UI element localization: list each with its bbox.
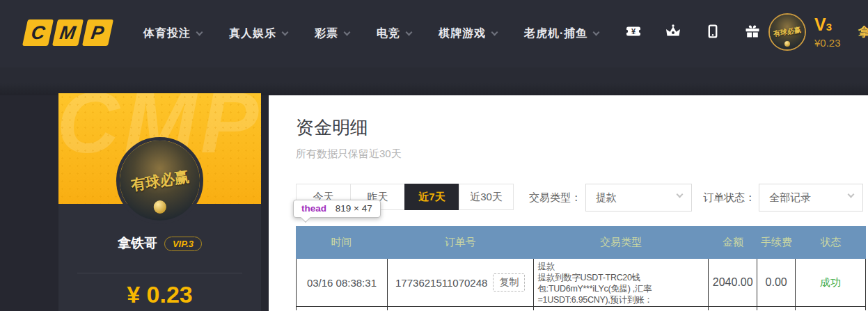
header-time: 时间 <box>296 226 387 259</box>
transaction-type-value: 提款 <box>538 261 705 272</box>
logo-tile-c: C <box>22 19 54 46</box>
chevron-down-icon <box>344 29 351 36</box>
header-balance: ¥0.23 <box>814 37 841 49</box>
vip-and-balance: V3 ¥0.23 <box>814 15 841 49</box>
chevron-down-icon <box>677 191 684 198</box>
chevron-down-icon <box>196 29 203 36</box>
cell-status: 成功 <box>796 259 866 306</box>
cmp-logo[interactable]: C M P <box>25 19 115 46</box>
profile-balance: ¥ 0.23 <box>58 281 261 308</box>
selected-value: 提款 <box>596 191 617 203</box>
logo-tile-m: M <box>52 19 84 46</box>
table-row: 03/16 08:38:31 1773621511070248 复制 提款 提款… <box>296 259 866 307</box>
chevron-down-icon <box>593 29 600 36</box>
money-ticket-icon[interactable]: ¥ <box>625 23 642 40</box>
logo-tile-p: P <box>82 19 113 46</box>
main-nav: 体育投注 真人娱乐 彩票 电竞 棋牌游戏 老虎机·捕鱼 <box>139 0 603 67</box>
transaction-type-select[interactable]: 提款 <box>585 184 692 212</box>
page-title: 资金明细 <box>296 115 368 140</box>
cell-fee: 0.00 <box>757 259 796 306</box>
vip-level: V3 <box>814 15 841 36</box>
soccer-ball-icon <box>784 41 790 47</box>
header-fee: 手续费 <box>757 226 796 259</box>
nav-item-lottery[interactable]: 彩票 <box>310 26 354 41</box>
tab-last-7-days[interactable]: 近7天 <box>404 184 459 210</box>
order-status-select[interactable]: 全部记录 <box>759 184 863 212</box>
chevron-down-icon <box>282 29 289 36</box>
gift-icon[interactable] <box>744 23 761 40</box>
chevron-down-icon <box>848 191 855 198</box>
table-header-row: 时间 订单号 交易类型 金额 手续费 状态 <box>296 226 866 259</box>
nav-item-board-games[interactable]: 棋牌游戏 <box>434 26 501 41</box>
chevron-down-icon <box>491 29 498 36</box>
nav-item-slots-fishing[interactable]: 老虎机·捕鱼 <box>520 26 603 41</box>
profile-name-row: 拿铁哥 VIP.3 <box>58 234 261 253</box>
mobile-icon[interactable] <box>704 23 721 40</box>
profile-avatar[interactable]: 有球必赢 <box>116 137 203 224</box>
page-subtitle: 所有数据只保留近30天 <box>296 147 402 161</box>
copy-button[interactable]: 复制 <box>493 273 525 292</box>
svg-text:¥: ¥ <box>631 27 636 35</box>
chevron-down-icon <box>406 29 413 36</box>
tooltip-dimensions: 819 × 47 <box>336 203 372 214</box>
cell-time: 03/16 08:38:31 <box>297 259 388 306</box>
funds-table: 时间 订单号 交易类型 金额 手续费 状态 03/16 08:38:31 177… <box>296 226 866 310</box>
nav-item-esports[interactable]: 电竞 <box>372 26 416 41</box>
cell-order-id: 1773621511070248 复制 <box>388 259 534 306</box>
transaction-type-label: 交易类型： <box>529 184 581 212</box>
transaction-description: 提款到数字USDT-TRC20钱 包:TUD6mY***iLYc(免提) ,汇率… <box>538 272 705 306</box>
profile-username: 拿铁哥 <box>118 234 157 253</box>
header-transaction-type: 交易类型 <box>533 226 709 259</box>
devtools-dimension-tooltip: thead 819 × 47 <box>293 200 381 218</box>
header-quick-icons: ¥ <box>625 23 761 40</box>
tab-last-30-days[interactable]: 近30天 <box>459 184 514 210</box>
soccer-ball-icon <box>153 200 166 213</box>
header-amount: 金额 <box>709 226 757 259</box>
avatar-image: 有球必赢 <box>770 15 805 49</box>
vip-badge: VIP.3 <box>164 237 202 251</box>
order-id-value: 1773621511070248 <box>395 277 487 289</box>
cell-transaction-type: 提款 提款到数字USDT-TRC20钱 包:TUD6mY***iLYc(免提) … <box>534 259 709 306</box>
header-sub-band <box>0 67 868 95</box>
user-avatar[interactable]: 有球必赢 <box>768 13 806 51</box>
avatar-image: 有球必赢 <box>120 141 200 221</box>
cell-amount: 2040.00 <box>709 259 757 306</box>
header-status: 状态 <box>796 226 866 259</box>
header-order-id: 订单号 <box>387 226 533 259</box>
nav-item-live-casino[interactable]: 真人娱乐 <box>225 26 292 41</box>
crown-icon[interactable] <box>665 23 681 40</box>
divider <box>77 273 242 273</box>
selected-value: 全部记录 <box>769 191 811 203</box>
top-navigation-bar: C M P 体育投注 真人娱乐 彩票 电竞 棋牌游戏 <box>0 0 868 67</box>
nav-item-sports[interactable]: 体育投注 <box>139 26 206 41</box>
order-status-label: 订单状态： <box>703 184 755 212</box>
page: C M P 体育投注 真人娱乐 彩票 电竞 棋牌游戏 <box>0 0 868 311</box>
profile-sidebar-card: CMP 有球必赢 拿铁哥 VIP.3 ¥ 0.23 <box>58 93 261 311</box>
table-row-partial <box>296 307 866 310</box>
header-username[interactable]: 拿铁哥 <box>858 24 868 40</box>
